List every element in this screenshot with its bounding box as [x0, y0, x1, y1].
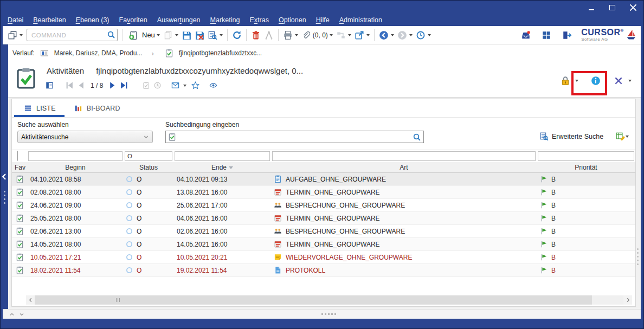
search-tools-dropdown[interactable] [626, 136, 629, 138]
menu-item-optionen[interactable]: Optionen [274, 14, 311, 26]
close-dropdown[interactable] [628, 80, 632, 82]
close-window-button[interactable] [628, 3, 638, 12]
email-icon[interactable] [171, 81, 179, 89]
delete-icon[interactable] [251, 30, 261, 40]
search-select[interactable]: Aktivitätensuche [17, 131, 153, 143]
table-row[interactable]: 02.06.2021 13:00 O 02.06.2021 16:00 BESP… [12, 225, 635, 238]
search-records-dropdown[interactable] [220, 34, 223, 36]
inbox-notification-icon[interactable] [521, 30, 531, 40]
attachments-dropdown[interactable] [330, 34, 333, 36]
copy-record-dropdown[interactable] [175, 34, 178, 36]
column-header-art[interactable]: Art [271, 164, 537, 171]
menu-item-auswertungen[interactable]: Auswertungen [152, 14, 205, 26]
bottom-splitter-handle[interactable] [321, 313, 336, 315]
table-row[interactable]: 04.10.2021 08:58 O 04.10.2021 09:13 AUFG… [12, 173, 635, 186]
activity-fav-icon[interactable] [16, 214, 24, 222]
print-icon[interactable] [283, 30, 293, 40]
previous-record-icon[interactable] [77, 81, 85, 89]
verlauf-item-activity[interactable]: fjlnqipotbgtenzlabfuxdztxxc... [179, 49, 262, 57]
discard-changes-icon[interactable] [195, 30, 204, 40]
scroll-right-button[interactable] [623, 295, 632, 305]
table-row[interactable]: 10.05.2021 17:21 O 10.05.2021 20:21 WIED… [12, 251, 635, 264]
scroll-left-button[interactable] [26, 295, 35, 305]
search-records-icon[interactable] [208, 30, 217, 40]
share-icon[interactable] [355, 30, 364, 40]
command-input[interactable] [27, 29, 118, 41]
detail-view-icon[interactable] [46, 81, 54, 89]
menu-item-datei[interactable]: Datei [3, 14, 28, 26]
menu-item-ebenen-3[interactable]: Ebenen (3) [71, 14, 114, 26]
menu-item-favoriten[interactable]: Favoriten [114, 14, 152, 26]
activity-fav-icon[interactable] [16, 175, 24, 183]
menu-item-administration[interactable]: Administration [334, 14, 387, 26]
watch-icon[interactable] [209, 81, 217, 89]
email-dropdown[interactable] [183, 85, 186, 87]
table-row[interactable]: 25.05.2021 08:00 O 04.06.2021 16:00 TERM… [12, 212, 635, 225]
filter-status-input[interactable] [125, 151, 172, 161]
history-icon[interactable] [416, 30, 426, 40]
column-header-status[interactable]: Status [124, 164, 173, 171]
history-dropdown[interactable] [428, 34, 431, 36]
new-window-icon[interactable] [8, 30, 17, 40]
new-window-dropdown[interactable] [20, 34, 23, 36]
activity-fav-icon[interactable] [16, 253, 24, 261]
menu-item-bearbeiten[interactable]: Bearbeiten [28, 14, 70, 26]
scrollbar-track[interactable] [35, 295, 623, 305]
horizontal-scrollbar[interactable] [26, 295, 632, 305]
table-row[interactable]: 02.08.2021 08:00 O 13.08.2021 16:00 TERM… [12, 186, 635, 199]
column-header-beginn[interactable]: Beginn [27, 164, 124, 171]
table-row[interactable]: 14.05.2021 08:00 O 14.05.2021 16:00 TERM… [12, 238, 635, 251]
navigate-forward-dropdown[interactable] [409, 34, 413, 36]
right-splitter-handle[interactable] [637, 248, 639, 265]
menu-item-hilfe[interactable]: Hilfe [311, 14, 334, 26]
command-search-icon[interactable] [107, 30, 115, 39]
table-row[interactable]: 24.06.2021 09:00 O 25.06.2021 17:00 BESP… [12, 199, 635, 212]
collapse-bottom-panel-icon[interactable] [19, 312, 24, 317]
collapse-left-icon[interactable] [1, 44, 8, 309]
navigate-back-icon[interactable] [379, 30, 389, 40]
tab-bi-board[interactable]: BI-BOARD [74, 99, 120, 117]
column-header-ende[interactable]: Ende [173, 164, 271, 171]
table-row[interactable]: 18.02.2021 11:54 O 19.02.2021 11:54 PROT… [12, 264, 635, 277]
advanced-search-button[interactable]: Erweiterte Suche [539, 132, 603, 141]
column-header-prio[interactable]: Priorität [537, 164, 635, 171]
attachments-icon[interactable] [301, 31, 310, 40]
menu-item-marketing[interactable]: Marketing [205, 14, 245, 26]
new-record-dropdown[interactable] [157, 34, 160, 36]
run-search-icon[interactable] [413, 133, 421, 141]
next-record-icon[interactable] [108, 81, 117, 89]
expand-left-icon[interactable] [1, 309, 8, 329]
activity-fav-icon[interactable] [16, 201, 24, 209]
print-dropdown[interactable] [295, 34, 298, 36]
lock-icon[interactable] [561, 76, 570, 86]
new-record-button[interactable]: Neu [126, 30, 156, 40]
workflow-dropdown[interactable] [348, 34, 351, 36]
dashboard-icon[interactable] [542, 30, 551, 40]
close-record-icon[interactable] [614, 76, 623, 86]
tab-liste[interactable]: LISTE [24, 99, 56, 117]
first-record-icon[interactable] [66, 81, 74, 89]
bottom-splitter[interactable] [3, 309, 641, 319]
activity-fav-icon[interactable] [16, 188, 24, 196]
left-splitter-handle[interactable] [1, 191, 8, 204]
search-condition-input[interactable] [178, 131, 411, 143]
activity-fav-icon[interactable] [16, 227, 24, 235]
menu-item-extras[interactable]: Extras [244, 14, 273, 26]
activity-fav-icon[interactable] [16, 240, 24, 248]
filter-art-input[interactable] [272, 151, 536, 161]
favorite-icon[interactable] [191, 81, 199, 89]
left-panel-strip[interactable] [1, 44, 8, 309]
verlauf-item-contact[interactable]: Marek, Dariusz, DMA, Produ... [54, 49, 143, 57]
scrollbar-thumb[interactable] [35, 295, 592, 305]
minimize-button[interactable] [587, 3, 596, 12]
filter-prio-input[interactable] [538, 151, 634, 161]
expand-bottom-panel-icon[interactable] [9, 312, 15, 317]
fav-filter-checkbox[interactable] [17, 151, 18, 161]
search-settings-button[interactable] [615, 132, 630, 141]
save-icon[interactable] [182, 30, 191, 40]
last-record-icon[interactable] [120, 81, 128, 89]
activity-fav-icon[interactable] [16, 266, 24, 274]
refresh-icon[interactable] [232, 30, 242, 40]
share-dropdown[interactable] [366, 34, 370, 36]
column-header-fav[interactable]: Fav [12, 164, 27, 171]
